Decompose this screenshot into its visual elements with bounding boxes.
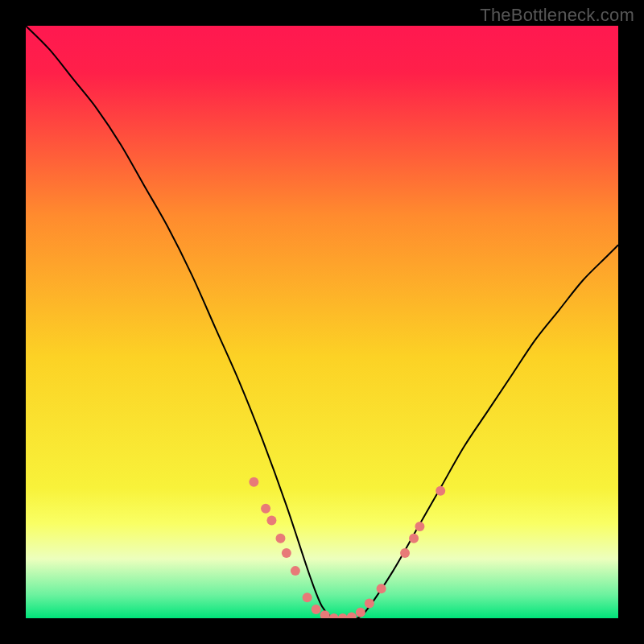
watermark-label: TheBottleneck.com [480, 5, 634, 26]
data-marker [266, 516, 276, 526]
data-marker [415, 522, 424, 531]
data-marker [261, 504, 270, 514]
data-marker [312, 605, 321, 614]
data-marker [282, 548, 291, 558]
data-marker [365, 599, 374, 609]
data-marker [303, 592, 312, 602]
data-marker [275, 534, 285, 543]
data-marker [377, 584, 386, 593]
data-marker [400, 548, 410, 558]
data-marker [436, 486, 445, 496]
bottleneck-chart [26, 26, 618, 618]
data-marker [249, 477, 258, 487]
data-marker [409, 534, 419, 543]
data-marker [356, 608, 365, 617]
data-marker [291, 566, 300, 576]
chart-frame: TheBottleneck.com [0, 0, 644, 644]
gradient-background [26, 26, 618, 618]
